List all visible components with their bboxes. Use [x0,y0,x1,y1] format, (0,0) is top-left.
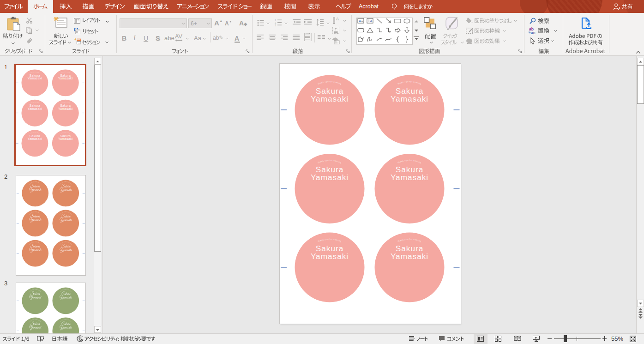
svg-text:Yamasaki: Yamasaki [391,94,428,103]
svg-text:Sakura: Sakura [29,104,40,107]
svg-text:3: 3 [275,24,276,27]
svg-text:A: A [336,17,339,21]
svg-text:A: A [370,19,373,23]
svg-text:Yamasaki: Yamasaki [27,107,42,110]
svg-text:ac: ac [531,30,536,35]
svg-text:Sakura: Sakura [29,73,40,77]
svg-text:Yamasaki: Yamasaki [58,77,73,80]
svg-text:Yamasaki: Yamasaki [27,137,42,140]
svg-text:Yamasaki: Yamasaki [391,173,428,182]
svg-text:Yamasaki: Yamasaki [391,251,428,260]
svg-text:Sakura: Sakura [60,73,71,77]
svg-text:AV: AV [175,34,182,40]
svg-text:Yamasaki: Yamasaki [27,77,42,80]
svg-text:Yamasaki: Yamasaki [311,251,349,260]
svg-text:Yamasaki: Yamasaki [311,94,349,103]
svg-text:Yamasaki: Yamasaki [311,173,349,182]
svg-text:A: A [359,19,361,23]
svg-text:Sakura: Sakura [29,134,40,137]
svg-text:Sakura: Sakura [60,134,71,137]
svg-text:Sakura: Sakura [60,104,71,107]
svg-text:Yamasaki: Yamasaki [58,107,73,110]
svg-text:Yamasaki: Yamasaki [58,137,73,140]
